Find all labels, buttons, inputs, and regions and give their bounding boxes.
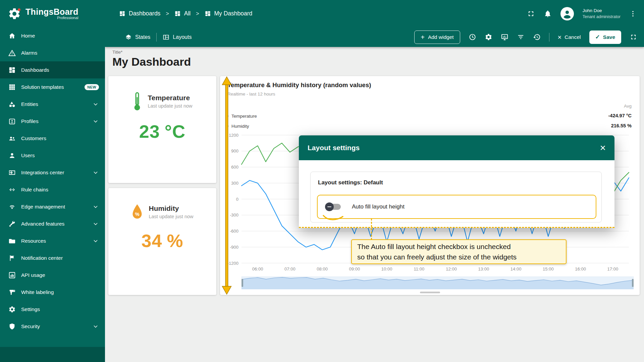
sidebar-item-dashboards[interactable]: Dashboards [0,61,105,78]
user-role: Tenant administrator [583,14,621,20]
dashboard-title-input[interactable]: My Dashboard [112,55,191,68]
sidebar-item-label: API usage [21,272,45,278]
profiles-icon [8,117,16,125]
layouts-button[interactable]: Layouts [157,34,198,41]
sidebar-item-solution-templates[interactable]: Solution templates NEW [0,78,105,96]
sidebar-item-label: White labeling [21,289,54,295]
callout-line: The Auto fill layout height checkbox is … [357,241,560,252]
breadcrumb-separator: > [166,11,169,17]
sidebar-item-api-usage[interactable]: API usage [0,266,105,284]
breadcrumb-all[interactable]: All [174,10,191,17]
chevron-down-icon [92,118,99,125]
paint-roller-icon [8,288,16,296]
temperature-widget[interactable]: Temperature Last update just now 23 °C [108,76,216,183]
sidebar-item-customers[interactable]: Customers [0,130,105,147]
sidebar-item-entities[interactable]: Entities [0,96,105,113]
temperature-titles: Temperature Last update just now [148,94,192,109]
top-header: Dashboards > All > My Dashboard [105,0,644,27]
svg-text:07:00: 07:00 [284,266,296,272]
chevron-down-icon [92,323,99,330]
fullscreen-button[interactable] [527,10,535,18]
notifications-button[interactable] [544,10,552,18]
header-actions: John Doe Tenant administrator [527,7,637,20]
sidebar-item-rule-chains[interactable]: Rule chains [0,181,105,198]
svg-text:10:00: 10:00 [381,266,392,272]
logo-text: ThingsBoard Professional [25,7,78,20]
filters-button[interactable] [517,33,525,41]
dashboard-settings-button[interactable] [485,33,492,41]
dashboard-toolbar: States Layouts + Add widget [105,27,644,47]
sidebar-item-label: Solution templates [21,84,64,90]
solution-templates-icon [8,83,16,91]
legend-item-humidity[interactable]: Humidity [225,124,249,129]
dialog-header: Layout settings × [299,135,614,160]
close-icon: × [558,34,562,40]
sidebar-item-edge-management[interactable]: Edge management [0,198,105,215]
sidebar-item-white-labeling[interactable]: White labeling [0,284,105,301]
callout-line: so that you can freely adjust the size o… [357,252,560,262]
dashboard-content: Title* My Dashboard Temperature Last upd… [105,47,644,362]
sidebar-item-users[interactable]: Users [0,147,105,164]
humidity-widget[interactable]: % Humidity Last update just now 34 % [108,188,216,295]
widget-subtitle: Last update just now [148,103,192,109]
breadcrumb-label: Dashboards [129,10,160,17]
value-unit: % [167,230,183,251]
sidebar-item-advanced-features[interactable]: Advanced features [0,215,105,232]
user-name: John Doe [583,8,621,14]
auto-fill-toggle[interactable] [325,202,342,212]
sidebar-item-label: Rule chains [21,187,48,193]
sidebar-item-notification-center[interactable]: Notification center [0,249,105,266]
close-dialog-button[interactable]: × [600,143,606,153]
cancel-button[interactable]: × Cancel [558,34,581,40]
humidity-series-dot [225,125,228,128]
layers-icon [125,34,132,41]
chart-time-navigator[interactable] [241,277,634,289]
timewindow-button[interactable] [469,33,476,41]
sidebar-item-home[interactable]: Home [0,27,105,44]
sidebar: ThingsBoard Professional Home Alarms Das… [0,0,105,362]
sidebar-item-settings[interactable]: Settings [0,301,105,318]
svg-text:-300: -300 [230,213,238,218]
sidebar-item-label: Settings [21,306,40,312]
thingsboard-logo[interactable]: ThingsBoard Professional [0,0,105,27]
sidebar-item-resources[interactable]: Resources [0,232,105,249]
states-label: States [135,34,150,40]
sidebar-item-label: Notification center [21,255,63,261]
add-widget-button[interactable]: + Add widget [414,31,460,44]
widget-title: Humidity [149,204,193,213]
new-badge: NEW [85,84,99,90]
avatar[interactable] [560,7,574,20]
widget-title: Temperature [148,94,192,102]
home-icon [8,32,16,40]
warning-icon [8,49,16,57]
toolbar-right: + Add widget × Cancel [414,31,637,44]
svg-text:11:00: 11:00 [414,266,425,272]
toolbar-fullscreen-button[interactable] [630,33,637,41]
layout-settings-fieldset: Layout settings: Default Auto fill layou… [310,172,602,223]
chevron-down-icon [92,221,99,227]
save-button[interactable]: ✓ Save [589,31,621,44]
svg-text:09:00: 09:00 [349,266,360,272]
sidebar-item-integrations-center[interactable]: Integrations center [0,164,105,181]
toolbar-divider [549,33,549,42]
dashboards-icon [174,10,181,17]
sidebar-item-label: Profiles [21,118,39,124]
title-field-label: Title* [112,50,191,55]
sidebar-item-label: Entities [21,101,38,107]
version-history-button[interactable] [533,33,541,41]
chevron-down-icon [92,101,99,108]
legend-item-temperature[interactable]: Temperature [225,114,257,119]
more-menu-button[interactable] [629,10,637,17]
entity-aliases-button[interactable] [501,33,508,41]
breadcrumb-dashboards[interactable]: Dashboards [119,10,160,17]
humidity-widget-body: % Humidity Last update just now 34 % [108,188,216,251]
states-button[interactable]: States [119,34,156,41]
toolbar-left: States Layouts [119,33,198,42]
widget-scrollbar[interactable] [420,292,440,293]
svg-text:12:00: 12:00 [446,266,457,272]
sidebar-item-alarms[interactable]: Alarms [0,44,105,61]
breadcrumb-my-dashboard[interactable]: My Dashboard [205,10,253,17]
sidebar-item-security[interactable]: Security [0,318,105,335]
sidebar-item-profiles[interactable]: Profiles [0,113,105,130]
close-icon: × [600,142,606,153]
